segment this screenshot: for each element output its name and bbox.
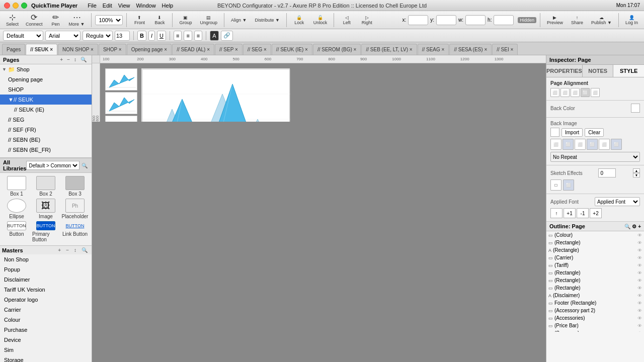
- page-sebnl[interactable]: // SEBN (NL): [0, 155, 92, 157]
- outline-accessory2[interactable]: ▭ (Accessory part 2) 👁: [546, 307, 644, 314]
- widget-box1[interactable]: Box 1: [3, 176, 30, 197]
- outline-carrier[interactable]: ▭ (Carrier) 👁: [546, 254, 644, 261]
- share-button[interactable]: ↑ Share: [568, 14, 586, 26]
- align-fill-btn[interactable]: ⬜: [591, 88, 600, 97]
- canvas-content[interactable]: ▼: [100, 63, 546, 122]
- align-left-button[interactable]: ≡: [174, 31, 182, 41]
- rect2-visibility-icon[interactable]: 👁: [637, 248, 642, 253]
- ungroup-button[interactable]: ▤ Ungroup: [197, 14, 220, 26]
- outline-filter-btn[interactable]: ⚙: [632, 224, 636, 229]
- master-colour[interactable]: Colour: [0, 315, 92, 325]
- pattern-btn-3[interactable]: ⬜: [575, 139, 586, 150]
- lib-search-btn[interactable]: 🔍: [79, 162, 90, 169]
- font-style-select[interactable]: Regular: [83, 31, 113, 41]
- widget-ellipse[interactable]: Ellipse: [3, 199, 30, 219]
- w-input[interactable]: [465, 15, 486, 25]
- align-stretch-btn[interactable]: ⬜: [581, 88, 590, 97]
- maximize-button[interactable]: [21, 3, 27, 9]
- outline-rect-4[interactable]: ▭ (Rectangle) 👁: [546, 277, 644, 284]
- outline-pricebar[interactable]: ▭ (Price Bar) 👁: [546, 322, 644, 329]
- rect4-visibility-icon[interactable]: 👁: [637, 278, 642, 283]
- italic-button[interactable]: I: [148, 31, 155, 41]
- widget-primary-button[interactable]: BUTTON Primary Button: [32, 221, 59, 242]
- canvas-scroll[interactable]: 100 200 300 400 500 600 700 800 900 1000…: [92, 55, 546, 362]
- left-button[interactable]: ◁ Left: [338, 14, 356, 26]
- masters-add-btn[interactable]: +: [56, 247, 63, 253]
- masters-delete-btn[interactable]: −: [64, 247, 71, 253]
- tab-pages[interactable]: Pages: [2, 44, 25, 55]
- close-button[interactable]: [4, 3, 10, 9]
- outline-rect-3[interactable]: ▭ (Rectangle) 👁: [546, 269, 644, 277]
- pattern-btn-5[interactable]: ⬜: [599, 139, 610, 150]
- menu-help[interactable]: Help: [162, 3, 174, 9]
- pattern-btn-2[interactable]: ⬜: [562, 139, 574, 150]
- page-seuk[interactable]: ▼ // SEUK: [0, 95, 92, 105]
- outline-accessories[interactable]: ▭ (Accessories) 👁: [546, 314, 644, 322]
- pattern-btn-4[interactable]: ⬜: [587, 139, 598, 150]
- page-sebnfr[interactable]: // SEBN (BE_FR): [0, 145, 92, 155]
- summary-visibility-icon[interactable]: 👁: [637, 331, 642, 332]
- page-shop[interactable]: ▼📁 Shop: [0, 64, 92, 74]
- widget-placeholder[interactable]: Ph Placeholder: [61, 199, 89, 219]
- select-tool[interactable]: ⊹ Select: [3, 13, 22, 28]
- clear-button[interactable]: Clear: [585, 128, 604, 137]
- page-seffr[interactable]: // SEF (FR): [0, 125, 92, 135]
- zoom-select[interactable]: 100% 75% 150%: [95, 15, 123, 25]
- tab-serom[interactable]: // SEROM (BG) ×: [313, 44, 361, 55]
- login-button[interactable]: 👤 Log In: [622, 14, 641, 26]
- tab-opening[interactable]: Opening page ×: [127, 44, 172, 55]
- more-tool[interactable]: ⋯ More ▼: [66, 13, 88, 28]
- color-button[interactable]: A: [210, 31, 218, 41]
- preview-button[interactable]: ▶ Preview: [544, 14, 566, 26]
- unlock-button[interactable]: 🔓 Unlock: [310, 14, 331, 26]
- h-input[interactable]: [494, 15, 514, 25]
- widget-button[interactable]: BUTTON Button: [3, 221, 30, 242]
- outline-add-btn[interactable]: +: [638, 224, 641, 229]
- repeat-select[interactable]: No Repeat: [550, 152, 640, 162]
- back-color-swatch[interactable]: [631, 104, 640, 113]
- tab-style[interactable]: STYLE: [613, 65, 644, 77]
- pages-delete-btn[interactable]: −: [65, 56, 72, 63]
- font-size-input[interactable]: [115, 31, 130, 41]
- carrier-visibility-icon[interactable]: 👁: [637, 255, 642, 260]
- master-popup[interactable]: Popup: [0, 264, 92, 275]
- rect5-visibility-icon[interactable]: 👁: [637, 286, 642, 291]
- tab-sep[interactable]: // SEP ×: [215, 44, 243, 55]
- group-button[interactable]: ▣ Group: [176, 14, 195, 26]
- applied-font-select[interactable]: Applied Font: [595, 197, 640, 206]
- tab-seukie[interactable]: // SEUK (IE) ×: [272, 44, 312, 55]
- library-select[interactable]: Default > Common: [26, 161, 79, 170]
- publish-button[interactable]: ☁ Publish ▼: [588, 14, 615, 26]
- outline-rect-5[interactable]: ▭ (Rectangle) 👁: [546, 284, 644, 292]
- master-device[interactable]: Device: [0, 335, 92, 345]
- accessories-visibility-icon[interactable]: 👁: [637, 316, 642, 321]
- masters-move-btn[interactable]: ↕: [72, 247, 78, 253]
- outline-summary[interactable]: ▭ (Summary) 👁: [546, 329, 644, 332]
- tab-seg[interactable]: // SEG ×: [243, 44, 271, 55]
- align-button[interactable]: Align ▼: [228, 17, 250, 24]
- right-button[interactable]: ▷ Right: [358, 14, 376, 26]
- page-seg[interactable]: // SEG: [0, 115, 92, 125]
- minimize-button[interactable]: [13, 3, 19, 9]
- tab-seb[interactable]: // SEB (EE, LT, LV) ×: [361, 44, 417, 55]
- lock-button[interactable]: 🔒 Lock: [290, 14, 308, 26]
- tab-nonshop[interactable]: NON SHOP ×: [58, 44, 98, 55]
- outline-footer[interactable]: ▭ Footer (Rectangle) 👁: [546, 299, 644, 307]
- thumb-3[interactable]: [105, 116, 137, 122]
- master-purchase[interactable]: Purchase: [0, 325, 92, 335]
- no-repeat-select[interactable]: No Repeat: [550, 152, 640, 162]
- menu-window[interactable]: Window: [136, 3, 155, 9]
- pages-move-btn[interactable]: ↕: [72, 56, 78, 63]
- menu-file[interactable]: File: [88, 3, 97, 9]
- import-button[interactable]: Import: [561, 128, 583, 137]
- outline-rect-1[interactable]: ▭ (Rectangle) 👁: [546, 239, 644, 246]
- sketch-up[interactable]: ▲: [633, 168, 640, 173]
- sketch-style-1[interactable]: □: [550, 179, 561, 191]
- master-nonshop[interactable]: Non Shop: [0, 254, 92, 264]
- widget-link-button[interactable]: BUTTON Link Button: [61, 221, 89, 242]
- outline-colour[interactable]: ▭ (Colour) 👁: [546, 231, 644, 239]
- front-button[interactable]: ⬆ Front: [130, 14, 148, 26]
- thumb-1[interactable]: [105, 68, 137, 90]
- font-size-plus2-btn[interactable]: +2: [590, 208, 602, 218]
- widget-box2[interactable]: Box 2: [32, 176, 59, 197]
